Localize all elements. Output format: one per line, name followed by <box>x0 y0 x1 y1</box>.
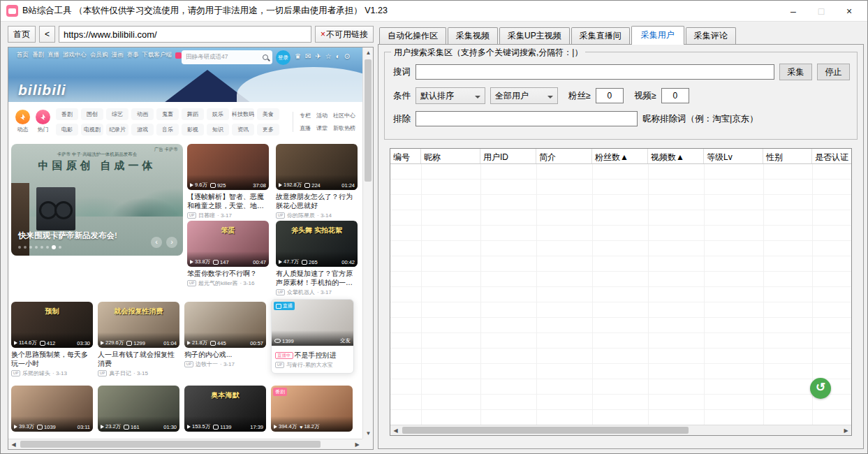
carousel-ad[interactable]: 卡萨帝 中子·高端洗护一体机新品发布会 中国原创 自成一体 广告 卡萨帝 快来围… <box>11 144 183 256</box>
video-card[interactable]: 笨蛋 33.8万 147 00:47 <box>187 221 269 296</box>
video-thumbnail[interactable]: 39.3万 1039 03:11 <box>11 386 93 432</box>
table-column-header[interactable]: 视频数▲ <box>648 149 704 163</box>
video-uploader[interactable]: 真子日记3-15 <box>98 369 179 377</box>
video-card[interactable]: 预制 114.6万 412 03:30 <box>11 302 93 377</box>
scroll-left-icon[interactable]: ◀ <box>390 425 401 436</box>
video-uploader[interactable]: 超元气的killer酱3-16 <box>187 279 269 287</box>
video-uploader[interactable]: 日暮瞳3-17 <box>187 212 269 219</box>
minimize-icon[interactable]: – <box>779 1 807 21</box>
maximize-icon[interactable]: □ <box>807 1 835 21</box>
videos-min-input[interactable] <box>661 88 689 103</box>
panel-tab[interactable]: 采集UP主视频 <box>499 27 570 44</box>
category-pill[interactable]: 科技数码 <box>232 108 254 120</box>
scroll-left-icon[interactable]: ◀ <box>8 439 19 450</box>
video-uploader[interactable]: 乐摇的罐头3-13 <box>11 369 93 377</box>
header-icon[interactable]: ⊙ <box>344 52 350 60</box>
table-column-header[interactable]: 是否认证 <box>812 149 851 163</box>
vertical-scrollbar-thumb[interactable] <box>365 59 372 182</box>
horizontal-scrollbar-thumb[interactable] <box>20 441 321 448</box>
home-button[interactable]: 首页 <box>8 26 36 43</box>
panel-tab[interactable]: 采集用户 <box>631 26 684 45</box>
video-thumbnail[interactable]: 就会报复性消费 229.6万 1299 01:04 <box>98 302 179 348</box>
video-uploader[interactable]: 与青行-累的大水宝 <box>275 361 350 369</box>
table-column-header[interactable]: 昵称 <box>421 149 480 163</box>
bili-nav-item[interactable]: 漫画 <box>112 51 124 59</box>
video-card[interactable]: 9.6万 925 37:08 <box>187 144 269 219</box>
side-link[interactable]: 活动 <box>316 112 328 119</box>
header-icon[interactable]: ✉ <box>305 52 311 60</box>
side-link[interactable]: 专栏 <box>300 112 311 119</box>
scope-select[interactable]: 全部用户 <box>490 87 558 104</box>
carousel-dot[interactable] <box>46 246 49 249</box>
video-title[interactable]: 故意撩朋友怎么了？行为朕花心思就好 <box>276 192 358 210</box>
video-thumbnail[interactable]: 预制 114.6万 412 03:30 <box>11 302 93 348</box>
carousel-dot[interactable] <box>24 246 27 249</box>
fans-min-input[interactable] <box>596 88 624 103</box>
video-uploader[interactable]: 你的陈星辰3-14 <box>276 212 358 219</box>
category-pill[interactable]: 美食 <box>257 108 279 120</box>
category-pill[interactable]: 鬼畜 <box>156 108 179 120</box>
video-uploader[interactable]: 众擎机器人3-17 <box>276 288 358 296</box>
video-card[interactable]: 39.3万 1039 03:11 <box>11 386 93 432</box>
header-icon[interactable]: ✈ <box>315 52 321 60</box>
stop-button[interactable]: 停止 <box>817 64 850 80</box>
category-pill[interactable]: 舞蹈 <box>182 108 204 120</box>
video-thumbnail[interactable]: 笨蛋 33.8万 147 00:47 <box>187 221 269 267</box>
table-scrollbar-thumb[interactable] <box>402 427 689 434</box>
category-pill[interactable]: 知识 <box>207 124 229 136</box>
close-icon[interactable]: × <box>835 1 863 21</box>
scroll-up-icon[interactable]: ▲ <box>363 47 374 58</box>
video-title[interactable]: 有人质疑加速了？官方原声原素材！手机拍的一镜到底！还有... <box>276 269 358 287</box>
video-title[interactable]: 换个思路预制菜，每天多玩一小时 <box>11 350 93 368</box>
video-card[interactable]: 番剧 394.4万 ♥18.2万 <box>271 386 353 432</box>
video-card[interactable]: 直播 1399 <box>271 299 354 374</box>
video-title[interactable]: 人一旦有钱了就会报复性消费 <box>98 350 179 368</box>
video-card[interactable]: 斧头舞 实拍花絮 47.7万 265 00:42 <box>276 221 358 296</box>
video-title[interactable]: 狗子的内心戏... <box>184 350 266 359</box>
table-column-header[interactable]: 性别 <box>763 149 812 163</box>
carousel-dot[interactable] <box>35 246 38 249</box>
header-icon[interactable]: ♛ <box>295 52 301 60</box>
category-pill[interactable]: 动画 <box>131 108 154 120</box>
video-thumbnail[interactable]: 192.8万 224 01:24 <box>276 144 358 190</box>
header-icon[interactable]: ☆ <box>325 52 332 60</box>
video-thumbnail[interactable]: 番剧 394.4万 ♥18.2万 <box>271 386 353 432</box>
login-button[interactable]: 登录 <box>276 50 290 65</box>
side-link[interactable]: 社区中心 <box>333 112 355 119</box>
panel-tab[interactable]: 采集直播间 <box>571 27 630 44</box>
carousel-dot[interactable] <box>41 246 43 249</box>
bili-nav-item[interactable]: 首页 <box>17 51 29 59</box>
bili-nav-item[interactable]: 番剧 <box>32 51 44 59</box>
category-pill[interactable]: 番剧 <box>56 108 78 120</box>
bili-nav-item[interactable]: 会员购 <box>90 51 108 59</box>
category-pill[interactable]: 游戏 <box>131 124 154 136</box>
sort-select[interactable]: 默认排序 <box>415 87 485 104</box>
refresh-button[interactable]: ↺ <box>810 378 831 399</box>
side-link[interactable]: 直播 <box>300 124 311 132</box>
collect-button[interactable]: 采集 <box>779 64 812 80</box>
video-thumbnail[interactable]: 直播 1399 <box>272 300 353 346</box>
video-card[interactable]: 192.8万 224 01:24 <box>276 144 358 219</box>
bili-nav-item[interactable]: 赛事 <box>127 51 139 59</box>
category-pill[interactable]: 综艺 <box>106 108 128 120</box>
carousel-dot[interactable] <box>18 246 21 249</box>
category-pill[interactable]: 纪录片 <box>106 124 128 136</box>
side-link[interactable]: 课堂 <box>316 124 328 132</box>
table-column-header[interactable]: 编号 <box>390 149 421 163</box>
table-column-header[interactable]: 简介 <box>536 149 592 163</box>
url-input[interactable] <box>59 26 311 43</box>
video-card[interactable]: 奥本海默 153.5万 1139 17:39 <box>184 386 266 432</box>
feed-tab[interactable]: 动态 <box>15 110 30 133</box>
panel-tab[interactable]: 采集视频 <box>448 27 498 44</box>
carousel-dot[interactable] <box>59 246 61 249</box>
feed-tab[interactable]: 热门 <box>36 110 50 133</box>
video-card[interactable]: 就会报复性消费 229.6万 1299 01:04 <box>98 302 179 377</box>
table-column-header[interactable]: 粉丝数▲ <box>592 149 648 163</box>
panel-tab[interactable]: 自动化操作区 <box>379 27 446 44</box>
category-pill[interactable]: 资讯 <box>232 124 254 136</box>
carousel-prev-icon[interactable]: ‹ <box>151 237 162 248</box>
search-icon[interactable] <box>263 54 268 60</box>
category-pill[interactable]: 更多 <box>257 124 279 136</box>
bili-nav-item[interactable]: 游戏中心 <box>63 51 87 59</box>
category-pill[interactable]: 音乐 <box>156 124 179 136</box>
